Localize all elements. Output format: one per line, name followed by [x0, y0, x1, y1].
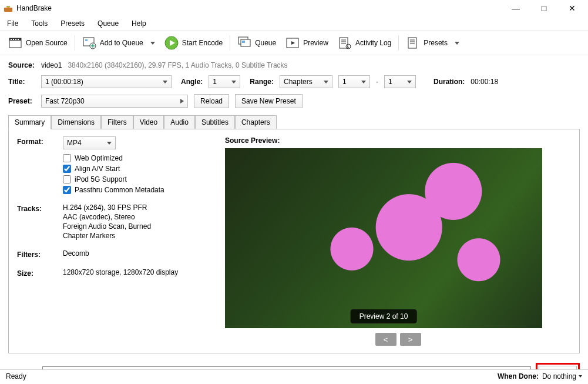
toolbar: Open Source Add to Queue Start Encode Qu…	[0, 31, 588, 55]
tab-audio[interactable]: Audio	[164, 115, 195, 129]
window-maximize-button[interactable]: □	[535, 2, 553, 15]
menu-queue[interactable]: Queue	[92, 18, 125, 29]
annotation-browse-highlight: Browse	[536, 363, 580, 369]
svg-rect-19	[340, 38, 348, 48]
tab-chapters[interactable]: Chapters	[235, 115, 277, 129]
preview-label: Preview	[303, 39, 328, 47]
svg-point-23	[346, 44, 351, 49]
svg-rect-5	[11, 39, 12, 40]
when-done-label: When Done:	[498, 372, 539, 380]
track-line: Foreign Audio Scan, Burned	[63, 222, 151, 231]
queue-button[interactable]: Queue	[234, 35, 280, 51]
presets-button[interactable]: Presets	[402, 35, 463, 51]
open-source-button[interactable]: Open Source	[5, 35, 71, 51]
range-dash: -	[376, 78, 378, 86]
activity-log-button[interactable]: Activity Log	[334, 35, 395, 51]
tab-subtitles[interactable]: Subtitles	[195, 115, 235, 129]
preset-picker[interactable]: Fast 720p30	[41, 95, 188, 108]
filters-value: Decomb	[63, 249, 89, 258]
duration-label: Duration:	[434, 78, 465, 86]
source-info: 3840x2160 (3840x2160), 29.97 FPS, 1 Audi…	[68, 61, 287, 69]
when-done-dropdown[interactable]: Do nothing	[542, 372, 582, 380]
reload-button[interactable]: Reload	[194, 94, 229, 108]
preset-label: Preset:	[8, 97, 35, 105]
menu-tools[interactable]: Tools	[25, 18, 53, 29]
tab-video[interactable]: Video	[133, 115, 164, 129]
menu-file[interactable]: File	[1, 18, 24, 29]
start-encode-label: Start Encode	[182, 39, 223, 47]
add-to-queue-button[interactable]: Add to Queue	[79, 35, 159, 51]
source-preview-label: Source Preview:	[225, 136, 571, 145]
window-close-button[interactable]: ✕	[563, 2, 581, 15]
ipod-checkbox[interactable]: iPod 5G Support	[63, 175, 164, 183]
chevron-right-icon	[180, 99, 184, 103]
film-icon	[8, 36, 22, 50]
track-line: Chapter Markers	[63, 232, 151, 240]
chevron-down-icon	[150, 42, 155, 45]
track-line: AAC (avcodec), Stereo	[63, 213, 151, 221]
web-optimized-checkbox[interactable]: Web Optimized	[63, 154, 164, 162]
tracks-label: Tracks:	[17, 203, 51, 213]
angle-dropdown[interactable]: 1	[209, 75, 240, 88]
svg-rect-6	[13, 39, 14, 40]
svg-rect-7	[15, 39, 16, 40]
track-line: H.264 (x264), 30 FPS PFR	[63, 203, 151, 212]
queue-label: Queue	[255, 39, 276, 47]
svg-rect-10	[85, 39, 88, 41]
add-to-queue-label: Add to Queue	[100, 39, 143, 47]
menu-presets[interactable]: Presets	[55, 18, 90, 29]
source-label: Source:	[8, 61, 35, 69]
window-title: HandBrake	[16, 4, 507, 12]
svg-point-1	[6, 6, 8, 7]
svg-marker-18	[291, 41, 295, 45]
window-titlebar: HandBrake ― □ ✕	[0, 0, 588, 16]
preview-icon	[285, 36, 300, 50]
svg-rect-8	[18, 39, 19, 40]
range-from-dropdown[interactable]: 1	[338, 75, 370, 88]
align-av-checkbox[interactable]: Align A/V Start	[63, 165, 164, 173]
play-icon	[164, 36, 179, 50]
svg-rect-16	[242, 41, 245, 43]
tab-dimensions[interactable]: Dimensions	[51, 115, 101, 129]
size-label: Size:	[17, 268, 51, 278]
svg-rect-24	[408, 38, 416, 48]
format-dropdown[interactable]: MP4	[63, 136, 116, 149]
svg-point-2	[9, 6, 10, 7]
format-label: Format:	[17, 136, 51, 146]
window-minimize-button[interactable]: ―	[507, 2, 525, 15]
filters-label: Filters:	[17, 249, 51, 259]
size-value: 1280x720 storage, 1280x720 display	[63, 268, 178, 276]
duration-value: 00:00:18	[471, 78, 498, 86]
queue-add-icon	[82, 36, 96, 50]
chevron-down-icon	[579, 375, 582, 378]
app-icon	[4, 4, 13, 13]
title-label: Title:	[8, 78, 35, 86]
save-new-preset-button[interactable]: Save New Preset	[235, 94, 303, 108]
range-label: Range:	[250, 78, 274, 86]
range-to-dropdown[interactable]: 1	[384, 75, 416, 88]
title-dropdown[interactable]: 1 (00:00:18)	[41, 75, 172, 88]
preview-button[interactable]: Preview	[282, 35, 332, 51]
status-text: Ready	[6, 372, 26, 380]
start-encode-button[interactable]: Start Encode	[161, 35, 226, 51]
tab-summary[interactable]: Summary	[8, 115, 51, 129]
activity-log-icon	[338, 36, 352, 50]
open-source-label: Open Source	[26, 39, 68, 47]
activity-log-label: Activity Log	[355, 39, 391, 47]
queue-icon	[237, 36, 251, 50]
range-type-dropdown[interactable]: Chapters	[280, 75, 332, 88]
presets-icon	[406, 36, 420, 50]
menu-bar: File Tools Presets Queue Help	[0, 16, 588, 31]
preview-prev-button[interactable]: <	[375, 333, 397, 346]
status-bar: Ready When Done: Do nothing	[0, 369, 588, 384]
preview-counter-badge: Preview 2 of 10	[351, 309, 417, 323]
source-name: video1	[41, 61, 62, 69]
presets-label: Presets	[424, 39, 448, 47]
preview-next-button[interactable]: >	[400, 333, 421, 346]
svg-rect-0	[4, 8, 12, 12]
angle-label: Angle:	[181, 78, 203, 86]
source-preview-image: Preview 2 of 10	[225, 148, 542, 328]
passthru-checkbox[interactable]: Passthru Common Metadata	[63, 186, 164, 194]
tab-filters[interactable]: Filters	[101, 115, 133, 129]
menu-help[interactable]: Help	[126, 18, 152, 29]
